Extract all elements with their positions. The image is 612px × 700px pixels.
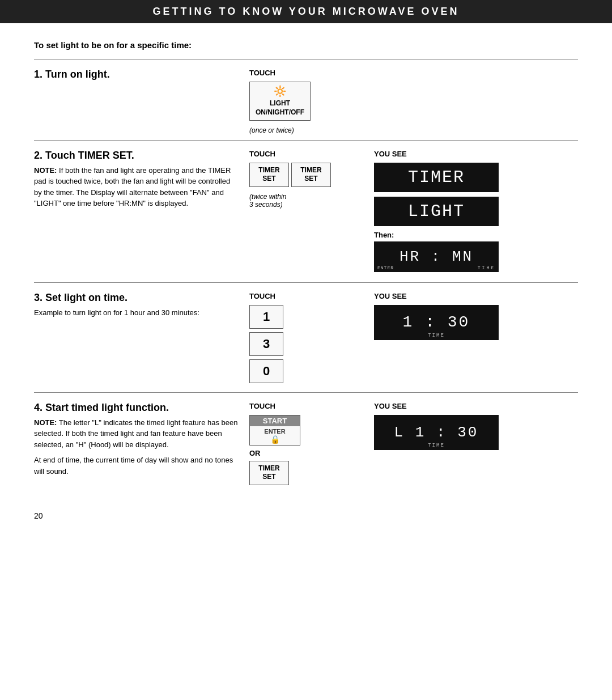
step-2-note-text: If both the fan and light are operating … [34,166,231,208]
page-header: GETTING TO KNOW YOUR MICROWAVE OVEN [0,0,612,23]
timer-set-line2: SET [262,175,275,184]
number-0-button[interactable]: 0 [249,359,283,383]
step-4-note-label: NOTE: [34,418,57,427]
yousee-label-3: YOU SEE [374,292,499,300]
touch-label-2: TOUCH [249,150,363,158]
timer-set2-line2: SET [304,175,317,184]
timer-set2-line1: TIMER [300,166,321,175]
section-2-touch: TOUCH TIMER SET TIMER SET (twice within3… [249,150,374,209]
section-3-touch: TOUCH 1 3 0 [249,292,374,387]
lcd-hrmin-display: ENTER HR : MN TIME [374,241,499,272]
touch-note-1: (once or twice) [249,126,294,134]
number-3-button[interactable]: 3 [249,332,283,356]
step-3-body: Example to turn light on for 1 hour and … [34,307,238,319]
yousee-label-4: YOU SEE [374,402,499,410]
section-2-yousee: YOU SEE TIMER LIGHT Then: ENTER HR : MN … [374,150,499,277]
section-1-touch: TOUCH 🔆 LIGHT ON/NIGHT/OFF (once or twic… [249,69,374,134]
section-3: 3. Set light on time. Example to turn li… [34,282,578,392]
step-3-title: 3. Set light on time. [34,292,238,304]
timer-set-button-4[interactable]: TIMER SET [249,461,289,485]
lcd-light-display: LIGHT [374,197,499,226]
number-1-button[interactable]: 1 [249,305,283,329]
intro-heading: To set light to be on for a specific tim… [34,40,578,50]
step-2-body: NOTE: If both the fan and light are oper… [34,165,238,209]
step-4-title: 4. Start timed light function. [34,402,238,414]
timer-set-button-2[interactable]: TIMER SET [291,163,331,187]
time-label-l130: TIME [428,443,445,448]
step-4-body: NOTE: The letter "L" indicates the timed… [34,417,238,451]
lcd-light-text: LIGHT [408,202,465,221]
lcd-hrmin-text: HR : MN [400,248,473,265]
lcd-130-display: 1 : 30 TIME [374,305,499,340]
section-2-left: 2. Touch TIMER SET. NOTE: If both the fa… [34,150,249,209]
step-2-title: 2. Touch TIMER SET. [34,150,238,162]
header-title: GETTING TO KNOW YOUR MICROWAVE OVEN [152,6,459,17]
section-4-yousee: YOU SEE L 1 : 30 TIME [374,402,499,455]
time-label-130: TIME [428,333,445,338]
section-1-left: 1. Turn on light. [34,69,249,84]
lock-icon: 🔒 [270,435,280,444]
start-label: START [250,415,300,426]
lcd-l130-text: L 1 : 30 [394,424,479,441]
light-btn-line2: ON/NIGHT/OFF [256,108,304,117]
light-button[interactable]: 🔆 LIGHT ON/NIGHT/OFF [249,82,311,121]
light-btn-line1: LIGHT [270,99,290,108]
section-4-touch: TOUCH START ENTER 🔒 OR TIMER SET [249,402,374,489]
timer-set-button-1[interactable]: TIMER SET [249,163,289,187]
start-enter-button[interactable]: START ENTER 🔒 [249,415,300,446]
or-label: OR [249,449,363,457]
section-1: 1. Turn on light. TOUCH 🔆 LIGHT ON/NIGHT… [34,59,578,140]
lcd-timer-text: TIMER [408,168,465,187]
then-label: Then: [374,231,499,239]
touch-label-4: TOUCH [249,402,363,410]
step-2-note-label: NOTE: [34,166,57,175]
touch-note-2: (twice within3 seconds) [249,193,363,209]
lcd-timer-display: TIMER [374,163,499,192]
section-3-yousee: YOU SEE 1 : 30 TIME [374,292,499,345]
lcd-l130-display: L 1 : 30 TIME [374,415,499,450]
step-4-body2: At end of time, the current time of day … [34,455,238,477]
timer-set-line1: TIMER [258,166,279,175]
timer-set4-line1: TIMER [258,464,279,473]
section-3-left: 3. Set light on time. Example to turn li… [34,292,249,319]
enter-label: ENTER [377,265,394,270]
touch-buttons-1: 🔆 LIGHT ON/NIGHT/OFF (once or twice) [249,82,363,134]
lcd-130-text: 1 : 30 [403,313,470,331]
section-4-left: 4. Start timed light function. NOTE: The… [34,402,249,477]
step-1-title: 1. Turn on light. [34,69,238,80]
enter-text: ENTER [264,428,285,435]
yousee-label-2: YOU SEE [374,150,499,158]
timer-set4-line2: SET [262,473,275,482]
section-2: 2. Touch TIMER SET. NOTE: If both the fa… [34,140,578,282]
time-label-hrmin: TIME [478,265,495,270]
section-4: 4. Start timed light function. NOTE: The… [34,392,578,494]
enter-label-btn: ENTER 🔒 [264,426,285,445]
touch-label-3: TOUCH [249,292,363,300]
light-icon: 🔆 [274,85,286,98]
page-number: 20 [34,511,578,520]
touch-label-1: TOUCH [249,69,363,77]
